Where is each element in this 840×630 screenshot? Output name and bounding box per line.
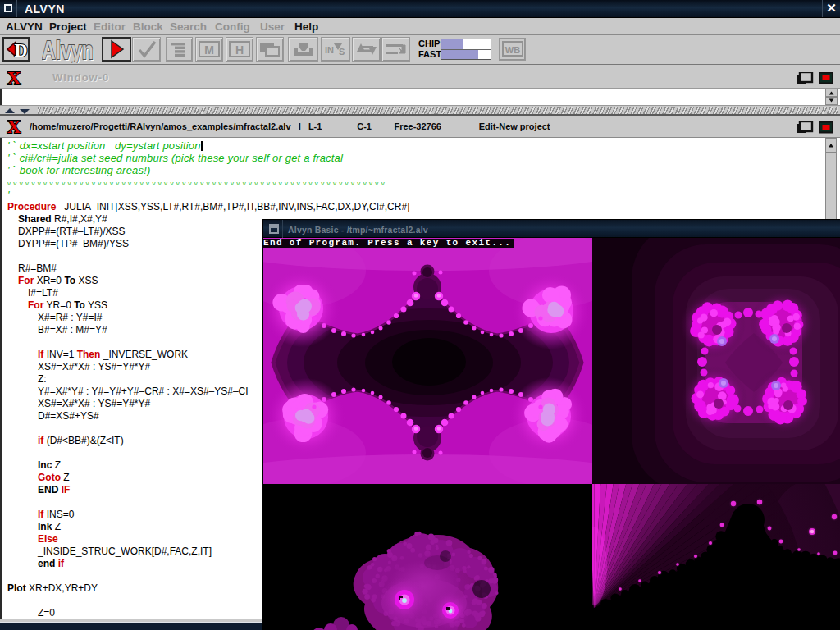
svg-text:S: S <box>339 47 345 57</box>
svg-text:WB: WB <box>504 45 519 55</box>
svg-text:X: X <box>7 71 21 86</box>
svg-text:X: X <box>7 119 21 135</box>
svg-text:Alvyn: Alvyn <box>42 39 94 63</box>
svg-text:M: M <box>204 43 214 57</box>
svg-text:IN: IN <box>325 45 334 55</box>
svg-text:D: D <box>15 40 28 60</box>
svg-text:H: H <box>235 43 244 57</box>
